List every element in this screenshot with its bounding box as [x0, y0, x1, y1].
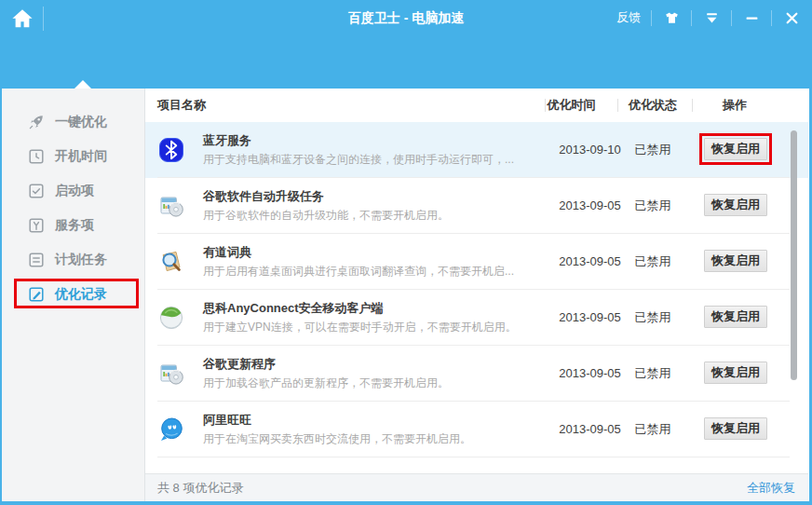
restore-enable-button[interactable]: 恢复启用	[704, 306, 767, 328]
sidebar-item-one-key-optimize[interactable]: 一键优化	[2, 104, 144, 139]
action-highlight-box: 恢复启用	[699, 357, 772, 389]
item-description: 用于建立VPN连接，可以在需要时手动开启，不需要开机启用。	[203, 320, 517, 335]
vpn-globe-icon	[158, 305, 184, 331]
column-header-time: 优化时间	[518, 89, 625, 122]
main-panel: 项目名称 优化时间 优化状态 操作 蓝牙服务 用于支持电脑和蓝牙设备之间的连接，…	[145, 89, 808, 457]
titlebar-controls: 反馈	[616, 0, 801, 35]
records-count-label: 共 8 项优化记录	[157, 474, 243, 501]
item-name: 谷歌更新程序	[203, 356, 276, 373]
chat-bubble-icon	[158, 416, 184, 443]
sidebar-item-label: 服务项	[55, 217, 94, 234]
menu-arrow-icon[interactable]	[702, 8, 721, 27]
app-window: 百度卫士 - 电脑加速 反馈 一键优化 开	[0, 0, 812, 505]
restore-enable-button[interactable]: 恢复启用	[704, 417, 767, 440]
action-highlight-box: 恢复启用	[699, 301, 772, 333]
table-row: 蓝牙服务 用于支持电脑和蓝牙设备之间的连接，使用时手动运行即可，... 2013…	[145, 122, 808, 178]
restore-enable-button[interactable]: 恢复启用	[704, 194, 767, 216]
sidebar-item-label: 优化记录	[55, 286, 107, 303]
item-name: 阿里旺旺	[203, 412, 251, 429]
restore-enable-button[interactable]: 恢复启用	[704, 362, 767, 384]
installer-icon	[158, 193, 184, 219]
row-divider	[157, 457, 790, 457]
skin-icon[interactable]	[662, 8, 681, 27]
optimize-status: 已禁用	[616, 290, 690, 346]
action-highlight-box: 恢复启用	[699, 133, 772, 165]
item-name: 有道词典	[203, 244, 251, 261]
column-header-action: 操作	[699, 89, 770, 122]
item-name: 思科AnyConnect安全移动客户端	[203, 300, 384, 317]
boot-time-clock-icon	[28, 148, 45, 165]
sidebar-item-startup-items[interactable]: 启动项	[2, 173, 144, 208]
optimize-status: 已禁用	[616, 122, 690, 178]
optimize-status: 已禁用	[616, 402, 690, 457]
table-row: 谷歌软件自动升级任务 用于谷歌软件的自动升级功能，不需要开机启用。 2013-0…	[145, 178, 808, 234]
sidebar-item-label: 开机时间	[55, 148, 107, 165]
startup-items-check-icon	[28, 183, 45, 199]
optimize-status: 已禁用	[616, 234, 690, 290]
table-row: 阿里旺旺 用于在淘宝网买卖东西时交流使用，不需要开机启用。 2013-09-05…	[145, 402, 808, 457]
item-description: 用于支持电脑和蓝牙设备之间的连接，使用时手动运行即可，...	[203, 152, 514, 168]
dictionary-icon	[158, 249, 184, 275]
action-highlight-box: 恢复启用	[699, 413, 772, 444]
action-highlight-box: 恢复启用	[699, 189, 772, 221]
sidebar-item-optimization-records[interactable]: 优化记录	[2, 277, 144, 311]
optimize-record-edit-icon	[28, 286, 45, 303]
restore-enable-button[interactable]: 恢复启用	[704, 138, 767, 160]
window-border-bottom	[0, 501, 812, 505]
sidebar-item-label: 一键优化	[55, 114, 107, 130]
rocket-icon	[28, 114, 45, 130]
sidebar-nav: 一键优化 开机时间 启动项 服务项 计划任务 优化记录	[2, 89, 145, 501]
item-description: 用于在淘宝网买卖东西时交流使用，不需要开机启用。	[203, 431, 471, 447]
column-header-status: 优化状态	[616, 89, 690, 122]
scrollbar-thumb[interactable]	[791, 130, 797, 380]
sidebar-item-label: 启动项	[55, 183, 94, 199]
table-row: 有道词典 用于启用有道桌面词典进行桌面取词翻译查询，不需要开机启... 2013…	[145, 234, 808, 290]
sidebar-item-services[interactable]: 服务项	[2, 208, 144, 242]
services-wrench-icon	[28, 217, 45, 234]
action-highlight-box: 恢复启用	[699, 245, 772, 277]
sidebar-item-boot-time[interactable]: 开机时间	[2, 139, 144, 173]
window-border-left	[0, 89, 2, 505]
installer-icon	[158, 361, 184, 387]
item-name: 谷歌软件自动升级任务	[203, 188, 324, 205]
item-description: 用于启用有道桌面词典进行桌面取词翻译查询，不需要开机启...	[203, 264, 514, 280]
active-tab-pointer	[74, 80, 91, 89]
sidebar-item-label: 计划任务	[55, 252, 107, 268]
optimize-status: 已禁用	[616, 346, 690, 402]
restore-all-link[interactable]: 全部恢复	[747, 474, 795, 501]
table-row: 思科AnyConnect安全移动客户端 用于建立VPN连接，可以在需要时手动开启…	[145, 290, 808, 346]
item-description: 用于加载谷歌产品的更新程序，不需要开机启用。	[203, 375, 449, 391]
footer-bar: 共 8 项优化记录 全部恢复	[145, 473, 808, 501]
minimize-icon[interactable]	[742, 8, 761, 27]
optimize-status: 已禁用	[616, 178, 690, 234]
bluetooth-icon	[158, 137, 184, 163]
feedback-link[interactable]: 反馈	[616, 9, 641, 26]
sidebar-item-scheduled-tasks[interactable]: 计划任务	[2, 242, 144, 277]
item-description: 用于谷歌软件的自动升级功能，不需要开机启用。	[203, 208, 449, 224]
column-header-name: 项目名称	[157, 89, 206, 122]
table-row: 谷歌更新程序 用于加载谷歌产品的更新程序，不需要开机启用。 2013-09-05…	[145, 346, 808, 402]
close-icon[interactable]	[782, 8, 801, 27]
records-list: 蓝牙服务 用于支持电脑和蓝牙设备之间的连接，使用时手动运行即可，... 2013…	[145, 122, 808, 457]
scheduled-tasks-list-icon	[28, 252, 45, 268]
item-name: 蓝牙服务	[203, 132, 251, 149]
restore-enable-button[interactable]: 恢复启用	[704, 250, 767, 272]
header: 百度卫士 - 电脑加速 反馈	[0, 0, 812, 89]
table-header: 项目名称 优化时间 优化状态 操作	[145, 89, 808, 122]
